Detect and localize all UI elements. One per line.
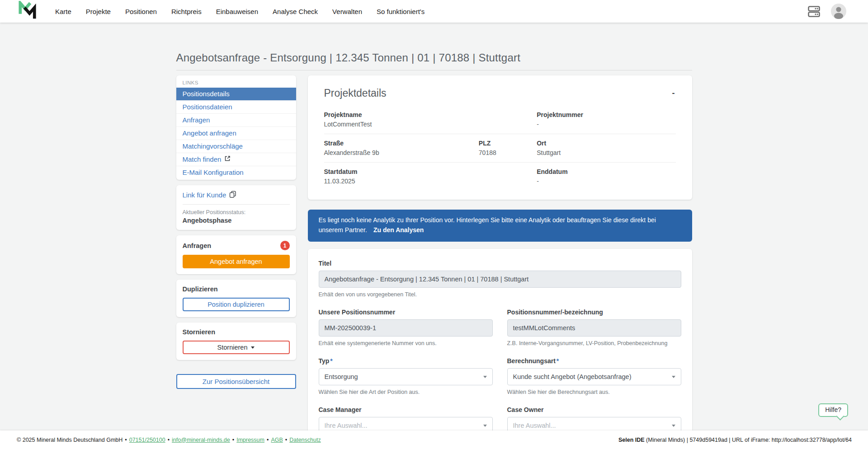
stornieren-button-label: Stornieren — [217, 344, 248, 351]
project-row: Straße Alexanderstraße 9b PLZ 70188 Ort … — [324, 134, 676, 162]
hilfe-button[interactable]: Hilfe? — [818, 403, 848, 417]
separator: • — [168, 437, 170, 443]
footer: © 2025 Mineral Minds Deutschland GmbH•07… — [0, 430, 868, 449]
projektdetails-heading: Projektdetails — [324, 87, 387, 99]
duplizieren-heading: Duplizieren — [183, 285, 218, 293]
sidebar-item-label: Anfragen — [183, 116, 210, 124]
positionsnummer-helper: Erhält eine systemgenerierte Nummer von … — [319, 340, 493, 346]
links-card: LINKS Positionsdetails Positionsdateien … — [176, 75, 296, 180]
nav-item-karte[interactable]: Karte — [48, 8, 79, 15]
nav-item-verwalten[interactable]: Verwalten — [325, 8, 369, 15]
berechnungsart-label: Berechnungsart* — [507, 357, 681, 365]
nav-item-analyse-check[interactable]: Analyse Check — [265, 8, 325, 15]
projektdetails-card: Projektdetails - Projektname LotCommentT… — [308, 75, 692, 200]
mineral-minds-logo[interactable] — [18, 1, 37, 22]
footer-left: © 2025 Mineral Minds Deutschland GmbH•07… — [17, 437, 321, 443]
copy-icon — [229, 191, 236, 199]
berechnungsart-select-value: Kunde sucht Angebot (Angebotsanfrage) — [513, 373, 632, 380]
strasse-value: Alexanderstraße 9b — [324, 149, 479, 156]
nav-item-einbauweisen[interactable]: Einbauweisen — [209, 8, 265, 15]
projektnummer-value: - — [537, 121, 675, 128]
position-duplizieren-button[interactable]: Position duplizieren — [183, 298, 290, 311]
nav-item-so-funktionierts[interactable]: So funktioniert's — [369, 8, 432, 15]
collapse-icon[interactable]: - — [671, 87, 676, 99]
sidebar-item-positionsdateien[interactable]: Positionsdateien — [176, 101, 296, 114]
anfragen-card: Anfragen 1 Angebot anfragen — [176, 235, 296, 274]
titel-helper: Erhält den von uns vorgegebenen Titel. — [319, 291, 681, 298]
typ-select-value: Entsorgung — [325, 373, 358, 380]
selen-ide-label: Selen IDE — [618, 437, 645, 443]
required-asterisk: * — [557, 357, 559, 365]
phone-link[interactable]: 07151/250100 — [129, 437, 165, 443]
page-title: Angebotsanfrage - Entsorgung | 12.345 To… — [176, 51, 692, 64]
startdatum-value: 11.03.2025 — [324, 178, 479, 185]
sidebar-item-anfragen[interactable]: Anfragen — [176, 114, 296, 127]
sidebar: LINKS Positionsdetails Positionsdateien … — [176, 75, 296, 389]
sidebar-item-label: Matchingvorschläge — [183, 142, 243, 150]
server-rack-icon[interactable] — [808, 6, 820, 17]
analytik-alert: Es liegt noch keine Analytik zu Ihrer Po… — [308, 210, 692, 242]
zu-den-analysen-link[interactable]: Zu den Analysen — [373, 226, 424, 234]
enddatum-label: Enddatum — [537, 168, 675, 175]
case-owner-placeholder: Ihre Auswahl... — [513, 422, 556, 429]
agb-link[interactable]: AGB — [271, 437, 283, 443]
position-form-card: Titel Erhält den von uns vorgegebenen Ti… — [308, 249, 692, 448]
projektnummer-label: Projektnummer — [537, 111, 675, 118]
angebot-anfragen-button[interactable]: Angebot anfragen — [183, 255, 290, 268]
email-link[interactable]: info@mineral-minds.de — [172, 437, 230, 443]
position-status-value: Angebotsphase — [183, 217, 290, 224]
impressum-link[interactable]: Impressum — [236, 437, 264, 443]
sidebar-item-label: Angebot anfragen — [183, 129, 236, 137]
titel-input — [319, 271, 681, 288]
typ-select[interactable]: Entsorgung — [319, 368, 493, 385]
required-asterisk: * — [330, 357, 332, 365]
link-fuer-kunde[interactable]: Link für Kunde — [183, 191, 237, 199]
projektname-value: LotCommentTest — [324, 121, 479, 128]
sidebar-item-label: Match finden — [183, 155, 222, 163]
sidebar-item-match-finden[interactable]: Match finden — [176, 153, 296, 166]
divider — [183, 204, 290, 205]
stornieren-dropdown-button[interactable]: Stornieren — [183, 341, 290, 354]
top-navbar: Karte Projekte Positionen Richtpreis Ein… — [0, 0, 868, 23]
projektname-label: Projektname — [324, 111, 479, 118]
anfragen-heading: Anfragen — [183, 242, 212, 249]
nav-item-richtpreis[interactable]: Richtpreis — [164, 8, 209, 15]
nav-item-projekte[interactable]: Projekte — [79, 8, 118, 15]
zur-positionsuebersicht-button[interactable]: Zur Positionsübersicht — [176, 374, 296, 389]
iframe-url-text: (Mineral Minds) | 5749d59419ad | URL of … — [645, 437, 852, 443]
sidebar-item-positionsdetails[interactable]: Positionsdetails — [176, 88, 296, 101]
links-header: LINKS — [176, 75, 296, 88]
chevron-down-icon — [251, 346, 255, 349]
separator: • — [125, 437, 127, 443]
title-divider — [176, 70, 692, 70]
project-row: Startdatum 11.03.2025 Enddatum - — [324, 162, 676, 191]
alert-text: Es liegt noch keine Analytik zu Ihrer Po… — [319, 216, 656, 234]
project-row: Projektname LotCommentTest Projektnummer… — [324, 106, 676, 134]
footer-right: Selen IDE (Mineral Minds) | 5749d59419ad… — [618, 437, 852, 443]
stornieren-card: Stornieren Stornieren — [176, 323, 296, 360]
user-avatar[interactable] — [831, 4, 846, 19]
sidebar-item-label: Positionsdateien — [183, 103, 232, 111]
logo-icon — [18, 1, 37, 22]
berechnungsart-select[interactable]: Kunde sucht Angebot (Angebotsanfrage) — [507, 368, 681, 385]
typ-helper: Wählen Sie hier die Art der Position aus… — [319, 389, 493, 395]
sidebar-item-email-konfiguration[interactable]: E-Mail Konfiguration — [176, 166, 296, 179]
copyright-text: © 2025 Mineral Minds Deutschland GmbH — [17, 437, 123, 443]
separator: • — [232, 437, 234, 443]
anfragen-count-badge: 1 — [280, 241, 290, 250]
sidebar-item-angebot-anfragen[interactable]: Angebot anfragen — [176, 127, 296, 140]
bezeichnung-label: Positionsnummer/-bezeichnung — [507, 309, 681, 316]
enddatum-value: - — [537, 178, 675, 185]
sidebar-item-label: E-Mail Konfiguration — [183, 168, 244, 176]
nav-item-positionen[interactable]: Positionen — [118, 8, 164, 15]
ort-label: Ort — [537, 140, 675, 147]
datenschutz-link[interactable]: Datenschutz — [289, 437, 321, 443]
positionsnummer-input — [319, 319, 493, 337]
bezeichnung-input — [507, 319, 681, 337]
sidebar-item-matchingvorschlaege[interactable]: Matchingvorschläge — [176, 140, 296, 153]
plz-label: PLZ — [479, 140, 537, 147]
bezeichnung-helper: Z.B. Interne-Vorgangsnummer, LV-Position… — [507, 340, 681, 346]
strasse-label: Straße — [324, 140, 479, 147]
duplizieren-card: Duplizieren Position duplizieren — [176, 280, 296, 317]
kunde-card: Link für Kunde Aktueller Positionsstatus… — [176, 185, 296, 230]
